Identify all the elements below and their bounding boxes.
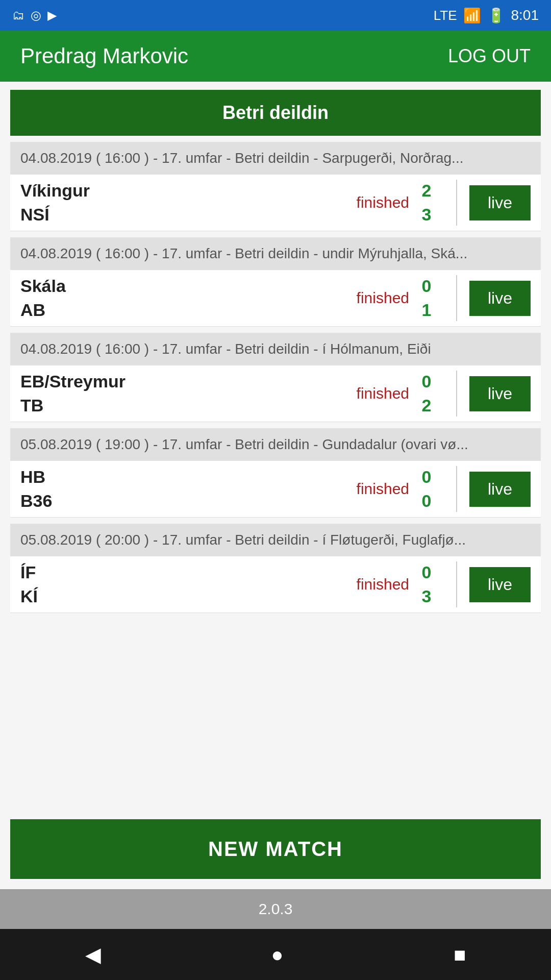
divider-2 — [456, 275, 457, 321]
back-button[interactable]: ◀ — [85, 943, 101, 966]
team2-4: B36 — [20, 491, 357, 511]
home-button[interactable]: ● — [271, 943, 283, 966]
status-4: finished — [357, 480, 409, 498]
match-info-4: 05.08.2019 ( 19:00 ) - 17. umfar - Betri… — [10, 428, 541, 461]
signal-icon: 📶 — [463, 7, 481, 24]
match-score-row-5: ÍF KÍ finished 0 3 live — [10, 556, 541, 612]
score1-1: 2 — [422, 181, 432, 201]
match-info-1: 04.08.2019 ( 16:00 ) - 17. umfar - Betri… — [10, 142, 541, 175]
teams-col-3: EB/Streymur TB — [20, 372, 357, 415]
scores-2: 0 1 — [417, 276, 436, 320]
match-block-2: 04.08.2019 ( 16:00 ) - 17. umfar - Betri… — [10, 237, 541, 327]
score2-5: 3 — [422, 586, 432, 606]
team2-3: TB — [20, 396, 357, 415]
matches-container: 04.08.2019 ( 16:00 ) - 17. umfar - Betri… — [0, 136, 551, 809]
app-header: Predrag Markovic LOG OUT — [0, 31, 551, 82]
match-score-row-1: Víkingur NSÍ finished 2 3 live — [10, 175, 541, 231]
live-button-3[interactable]: live — [469, 376, 531, 411]
live-button-2[interactable]: live — [469, 281, 531, 316]
team2-2: AB — [20, 300, 357, 320]
match-score-row-4: HB B36 finished 0 0 live — [10, 461, 541, 517]
version-footer: 2.0.3 — [0, 889, 551, 929]
score2-2: 1 — [422, 300, 432, 320]
match-block-3: 04.08.2019 ( 16:00 ) - 17. umfar - Betri… — [10, 333, 541, 422]
score1-2: 0 — [422, 276, 432, 296]
divider-5 — [456, 561, 457, 607]
score2-1: 3 — [422, 205, 432, 225]
score-status-2: finished 0 1 — [357, 275, 461, 321]
score2-3: 2 — [422, 396, 432, 415]
divider-4 — [456, 466, 457, 512]
match-block-1: 04.08.2019 ( 16:00 ) - 17. umfar - Betri… — [10, 142, 541, 231]
clock: 8:01 — [511, 7, 539, 23]
team2-5: KÍ — [20, 586, 357, 606]
header-title: Predrag Markovic — [20, 44, 188, 68]
scores-4: 0 0 — [417, 467, 436, 511]
league-title: Betri deildin — [222, 102, 329, 123]
status-5: finished — [357, 576, 409, 593]
version-text: 2.0.3 — [259, 900, 293, 917]
scores-5: 0 3 — [417, 562, 436, 606]
sync-icon: ◎ — [31, 8, 41, 22]
live-button-5[interactable]: live — [469, 567, 531, 602]
teams-col-1: Víkingur NSÍ — [20, 181, 357, 225]
lte-icon: LTE — [434, 8, 457, 23]
score-status-4: finished 0 0 — [357, 466, 461, 512]
live-button-1[interactable]: live — [469, 185, 531, 220]
battery-icon: 🔋 — [487, 7, 505, 24]
match-block-4: 05.08.2019 ( 19:00 ) - 17. umfar - Betri… — [10, 428, 541, 518]
live-button-4[interactable]: live — [469, 472, 531, 507]
logout-button[interactable]: LOG OUT — [448, 45, 531, 67]
score-status-5: finished 0 3 — [357, 561, 461, 607]
team2-1: NSÍ — [20, 205, 357, 225]
teams-col-5: ÍF KÍ — [20, 562, 357, 606]
play-store-icon: ▶ — [47, 8, 57, 22]
score1-5: 0 — [422, 562, 432, 582]
divider-1 — [456, 180, 457, 226]
league-header: Betri deildin — [10, 90, 541, 136]
teams-col-4: HB B36 — [20, 467, 357, 511]
match-info-3: 04.08.2019 ( 16:00 ) - 17. umfar - Betri… — [10, 333, 541, 365]
sd-card-icon: 🗂 — [12, 8, 24, 22]
score1-4: 0 — [422, 467, 432, 487]
status-3: finished — [357, 385, 409, 402]
score2-4: 0 — [422, 491, 432, 511]
nav-bar: ◀ ● ■ — [0, 929, 551, 980]
score1-3: 0 — [422, 372, 432, 391]
teams-col-2: Skála AB — [20, 276, 357, 320]
team1-2: Skála — [20, 276, 357, 296]
new-match-button[interactable]: NEW MATCH — [10, 819, 541, 879]
status-2: finished — [357, 289, 409, 307]
scores-3: 0 2 — [417, 372, 436, 415]
match-block-5: 05.08.2019 ( 20:00 ) - 17. umfar - Betri… — [10, 524, 541, 613]
divider-3 — [456, 371, 457, 416]
status-bar-left: 🗂 ◎ ▶ — [12, 8, 57, 22]
status-bar: 🗂 ◎ ▶ LTE 📶 🔋 8:01 — [0, 0, 551, 31]
status-bar-right: LTE 📶 🔋 8:01 — [434, 7, 539, 24]
scores-1: 2 3 — [417, 181, 436, 225]
match-info-5: 05.08.2019 ( 20:00 ) - 17. umfar - Betri… — [10, 524, 541, 556]
team1-5: ÍF — [20, 562, 357, 582]
team1-3: EB/Streymur — [20, 372, 357, 391]
score-status-1: finished 2 3 — [357, 180, 461, 226]
match-score-row-3: EB/Streymur TB finished 0 2 live — [10, 365, 541, 422]
team1-1: Víkingur — [20, 181, 357, 201]
status-1: finished — [357, 194, 409, 211]
team1-4: HB — [20, 467, 357, 487]
match-score-row-2: Skála AB finished 0 1 live — [10, 270, 541, 326]
score-status-3: finished 0 2 — [357, 371, 461, 416]
recent-button[interactable]: ■ — [454, 943, 466, 966]
match-info-2: 04.08.2019 ( 16:00 ) - 17. umfar - Betri… — [10, 237, 541, 270]
